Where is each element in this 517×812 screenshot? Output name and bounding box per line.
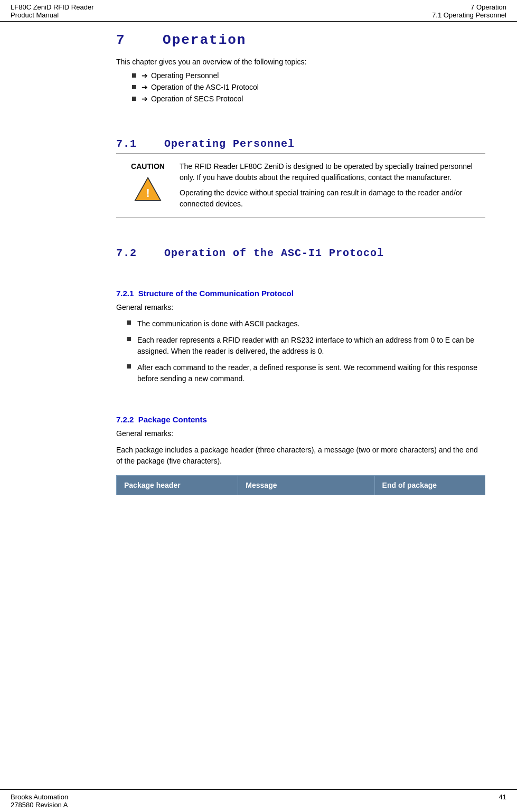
section-7-2-title: Operation of the ASC-I1 Protocol [164, 247, 384, 259]
bullet-icon [127, 320, 131, 325]
caution-text-area: The RFID Reader LF80C ZeniD is designed … [180, 161, 485, 210]
bullet-text: Operation of SECS Protocol [151, 95, 243, 103]
list-item: ➔ Operation of SECS Protocol [132, 95, 485, 103]
subsection-7-2-2-heading: 7.2.2 Package Contents [116, 415, 485, 424]
header-left: LF80C ZeniD RFID Reader Product Manual [11, 3, 94, 19]
chapter-title-text: Operation [163, 32, 246, 48]
arrow-icon: ➔ [142, 83, 148, 91]
header-manual-label: Product Manual [11, 11, 94, 19]
table-row: Package header Message End of package [117, 476, 485, 495]
bullet-text: After each command to the reader, a defi… [137, 362, 485, 384]
caution-block: CAUTION ! The RFID Reader LF80C ZeniD is… [116, 154, 485, 218]
header-chapter: 7 Operation [432, 3, 506, 11]
chapter-number: 7 [116, 32, 126, 48]
bullet-icon [127, 337, 131, 341]
bullet-text: Operation of the ASC-I1 Protocol [151, 83, 259, 91]
footer-revision: 278580 Revision A [11, 801, 68, 809]
main-content: 7 Operation This chapter gives you an ov… [0, 22, 517, 506]
caution-para1: The RFID Reader LF80C ZeniD is designed … [180, 161, 485, 183]
svg-text:!: ! [146, 186, 150, 200]
subsection-7-2-1-label: 7.2.1 [116, 289, 134, 298]
arrow-icon: ➔ [142, 71, 148, 80]
caution-para2: Operating the device without special tra… [180, 187, 485, 210]
list-item: After each command to the reader, a defi… [127, 362, 485, 384]
bullet-icon [132, 85, 136, 89]
section-7-2-heading: 7.2 Operation of the ASC-I1 Protocol [116, 247, 485, 259]
caution-left: CAUTION ! [116, 161, 180, 203]
intro-text: This chapter gives you an overview of th… [116, 58, 485, 66]
bullet-icon [132, 73, 136, 78]
subsection-7-2-2-label: 7.2.2 [116, 415, 134, 424]
general-remarks-2: General remarks: [116, 428, 485, 439]
package-table: Package header Message End of package [116, 475, 485, 495]
caution-label: CAUTION [131, 162, 165, 171]
header-product-name: LF80C ZeniD RFID Reader [11, 3, 94, 11]
footer-left: Brooks Automation 278580 Revision A [11, 793, 68, 809]
subsection-7-2-1-title: Structure of the Communication Protocol [138, 289, 294, 298]
header-right: 7 Operation 7.1 Operating Personnel [432, 3, 506, 19]
chapter-title: 7 Operation [116, 32, 485, 48]
bullet-text: Each reader represents a RFID reader wit… [137, 335, 485, 357]
page-footer: Brooks Automation 278580 Revision A 41 [0, 789, 517, 812]
list-item: ➔ Operating Personnel [132, 71, 485, 80]
chapter-bullet-list: ➔ Operating Personnel ➔ Operation of the… [132, 71, 485, 103]
footer-page-number: 41 [499, 793, 506, 809]
list-item: ➔ Operation of the ASC-I1 Protocol [132, 83, 485, 91]
section-7-1-title: Operating Personnel [164, 138, 295, 150]
subsection-7-2-2-title: Package Contents [138, 415, 207, 424]
section-7-1-heading: 7.1 Operating Personnel [116, 138, 485, 150]
header-section: 7.1 Operating Personnel [432, 11, 506, 19]
table-cell-package-header: Package header [117, 476, 238, 495]
section-7-2-label: 7.2 [116, 247, 137, 259]
footer-company: Brooks Automation [11, 793, 68, 801]
table-cell-end-of-package: End of package [374, 476, 485, 495]
subsection-7-2-1-heading: 7.2.1 Structure of the Communication Pro… [116, 289, 485, 298]
bullet-text: Operating Personnel [151, 71, 219, 80]
arrow-icon: ➔ [142, 95, 148, 103]
table-cell-message: Message [238, 476, 374, 495]
caution-triangle-icon: ! [134, 176, 162, 203]
bullet-icon [132, 97, 136, 101]
list-item: The communication is done with ASCII pac… [127, 318, 485, 329]
general-remarks-1: General remarks: [116, 302, 485, 313]
bullet-list-7-2-1: The communication is done with ASCII pac… [127, 318, 485, 384]
section-7-1-label: 7.1 [116, 138, 137, 150]
list-item: Each reader represents a RFID reader wit… [127, 335, 485, 357]
bullet-text: The communication is done with ASCII pac… [137, 318, 299, 329]
bullet-icon [127, 364, 131, 369]
package-text: Each package includes a package header (… [116, 445, 485, 467]
page-header: LF80C ZeniD RFID Reader Product Manual 7… [0, 0, 517, 22]
